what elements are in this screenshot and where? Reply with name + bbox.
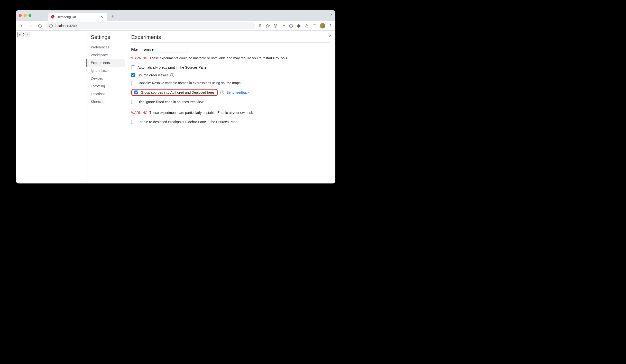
increment-button[interactable]: + [17, 32, 22, 37]
site-info-icon[interactable] [49, 24, 53, 28]
angular-icon [51, 15, 55, 19]
close-settings-button[interactable]: ✕ [328, 33, 332, 38]
experiment-label: Automatically pretty print in the Source… [138, 66, 207, 69]
sidebar-item-ignore-list[interactable]: Ignore List [91, 67, 125, 74]
experiments-heading: Experiments [131, 34, 330, 40]
svg-point-17 [330, 27, 331, 27]
send-feedback-link[interactable]: Send feedback [227, 91, 249, 94]
checkbox-hide-ignored[interactable] [131, 100, 135, 104]
checkbox-source-order[interactable] [131, 73, 135, 77]
close-tab-button[interactable]: ✕ [99, 14, 104, 19]
sidebar-item-preferences[interactable]: Preferences [91, 43, 125, 51]
toolbar-actions [258, 23, 333, 29]
svg-point-8 [276, 25, 276, 26]
checkbox-breakpoint-sidebar[interactable] [131, 120, 135, 124]
svg-point-10 [283, 25, 285, 26]
svg-point-7 [275, 25, 275, 26]
share-icon[interactable] [258, 23, 262, 28]
svg-marker-5 [266, 24, 270, 27]
extensions-puzzle-icon[interactable] [296, 23, 301, 28]
experiment-label: Console: Resolve variable names in expre… [138, 81, 240, 85]
sidebar-item-throttling[interactable]: Throttling [91, 82, 125, 90]
counter-widget: + 0 - [17, 32, 85, 37]
svg-point-9 [282, 25, 283, 26]
app-viewport: + 0 - [16, 31, 86, 183]
filter-input[interactable] [141, 46, 187, 53]
reload-button[interactable] [37, 22, 43, 29]
sidepanel-icon[interactable] [312, 23, 317, 28]
svg-point-15 [330, 24, 331, 25]
highlighted-experiment: Group sources into Authored and Deployed… [131, 89, 218, 96]
svg-point-16 [330, 25, 331, 26]
window-controls [19, 14, 31, 17]
forward-button[interactable] [28, 22, 34, 29]
browser-window: DemoAngular ✕ + localhost:4200 [16, 10, 335, 183]
sidebar-item-experiments[interactable]: Experiments [86, 59, 125, 67]
profile-avatar[interactable] [320, 23, 325, 29]
experiment-label: Source order viewer [138, 73, 168, 77]
labs-flask-icon[interactable] [304, 23, 309, 28]
settings-main-panel: Experiments Filter WARNING: These experi… [125, 31, 335, 183]
sidebar-item-locations[interactable]: Locations [91, 90, 125, 98]
svg-rect-13 [313, 24, 316, 27]
extension-icon-1[interactable] [273, 23, 278, 28]
counter-value: 0 [22, 33, 25, 36]
window-close-button[interactable] [19, 14, 22, 17]
tab-title: DemoAngular [57, 15, 97, 19]
experiment-label: Group sources into Authored and Deployed… [141, 91, 215, 94]
checkbox-resolve-names[interactable] [131, 81, 135, 85]
help-icon[interactable]: ? [170, 73, 174, 77]
experiment-label: Enable re-designed Breakpoint Sidebar Pa… [138, 120, 238, 124]
settings-heading: Settings [91, 34, 125, 40]
devtools-settings: ✕ Settings Preferences Workspace Experim… [86, 31, 335, 183]
sidebar-item-shortcuts[interactable]: Shortcuts [91, 98, 125, 106]
sidebar-item-workspace[interactable]: Workspace [91, 51, 125, 59]
experiment-breakpoint-sidebar: Enable re-designed Breakpoint Sidebar Pa… [131, 118, 330, 126]
tab-strip: DemoAngular ✕ + [16, 10, 335, 21]
url-text: localhost:4200 [55, 24, 77, 28]
extension-icon-2[interactable] [281, 23, 286, 28]
settings-sidebar: Settings Preferences Workspace Experimen… [86, 31, 125, 183]
kebab-menu-icon[interactable] [328, 23, 333, 28]
svg-point-6 [274, 24, 277, 28]
experiment-group-sources: Group sources into Authored and Deployed… [131, 87, 330, 98]
help-icon[interactable]: ? [220, 91, 224, 94]
checkbox-group-sources[interactable] [134, 91, 138, 94]
filter-row: Filter [131, 46, 330, 53]
address-bar[interactable]: localhost:4200 [46, 22, 255, 30]
checkbox-pretty-print[interactable] [131, 66, 135, 69]
warning-2: WARNING: These experiments are particula… [131, 111, 330, 115]
browser-tab[interactable]: DemoAngular ✕ [48, 13, 107, 21]
window-minimize-button[interactable] [24, 14, 27, 17]
filter-label: Filter [131, 47, 139, 51]
window-maximize-button[interactable] [29, 14, 31, 17]
experiment-source-order: Source order viewer ? [131, 71, 330, 79]
sidebar-item-devices[interactable]: Devices [91, 74, 125, 82]
experiment-label: Hide ignore-listed code in sources tree … [138, 100, 203, 104]
decrement-button[interactable]: - [25, 32, 30, 37]
experiment-pretty-print: Automatically pretty print in the Source… [131, 64, 330, 71]
new-tab-button[interactable]: + [109, 13, 116, 20]
bookmark-star-icon[interactable] [265, 23, 270, 28]
extension-icon-3[interactable] [289, 23, 294, 28]
tabstrip-chevron-icon[interactable] [329, 13, 332, 17]
experiment-resolve-names: Console: Resolve variable names in expre… [131, 79, 330, 87]
experiment-hide-ignored: Hide ignore-listed code in sources tree … [131, 98, 330, 106]
browser-toolbar: localhost:4200 [16, 21, 335, 31]
back-button[interactable] [18, 22, 25, 29]
warning-1: WARNING: These experiments could be unst… [131, 56, 330, 60]
content-area: + 0 - ✕ Settings Preferences Workspace E… [16, 31, 335, 183]
